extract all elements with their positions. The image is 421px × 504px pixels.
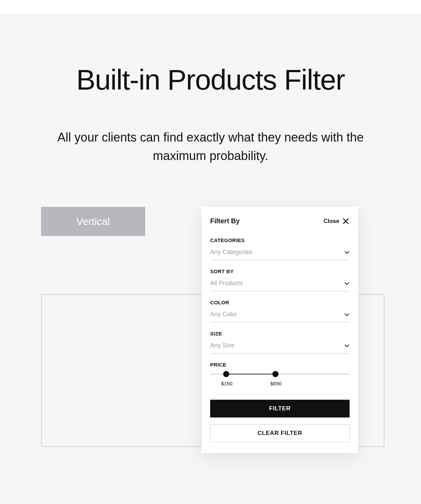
filter-title: Filtert By bbox=[210, 217, 240, 225]
page-subtitle: All your clients can find exactly what t… bbox=[57, 128, 364, 165]
price-slider[interactable]: $150 $650 bbox=[210, 371, 350, 386]
categories-label: CATEGORIES bbox=[210, 237, 350, 243]
filter-button[interactable]: FILTER bbox=[210, 400, 350, 417]
sort-by-label: SORT BY bbox=[210, 268, 350, 274]
slider-track-active bbox=[226, 374, 275, 374]
size-value: Any Size bbox=[210, 342, 234, 349]
slider-handle-min[interactable] bbox=[223, 371, 229, 377]
price-min-value: $150 bbox=[221, 381, 232, 386]
filter-button-label: FILTER bbox=[269, 405, 290, 412]
clear-filter-button-label: CLEAR FILTER bbox=[257, 430, 302, 437]
field-color: COLOR Any Color bbox=[210, 300, 350, 322]
close-button[interactable]: Close bbox=[324, 217, 350, 225]
clear-filter-button[interactable]: CLEAR FILTER bbox=[210, 424, 350, 442]
slider-handle-max[interactable] bbox=[272, 371, 279, 377]
chevron-down-icon bbox=[344, 282, 350, 285]
chevron-down-icon bbox=[344, 313, 350, 316]
categories-select[interactable]: Any Categories bbox=[210, 247, 350, 260]
filter-header: Filtert By Close bbox=[210, 217, 350, 231]
page-canvas: Built-in Products Filter All your client… bbox=[0, 14, 421, 504]
color-label: COLOR bbox=[210, 300, 350, 305]
price-label: PRICE bbox=[210, 362, 350, 368]
close-label: Close bbox=[324, 218, 339, 225]
field-price: PRICE $150 $650 bbox=[210, 362, 350, 386]
price-max-value: $650 bbox=[270, 381, 282, 386]
size-select[interactable]: Any Size bbox=[210, 340, 350, 354]
field-categories: CATEGORIES Any Categories bbox=[210, 237, 350, 260]
close-icon bbox=[342, 217, 350, 225]
sort-by-value: All Products bbox=[210, 280, 243, 287]
tab-vertical-label: Vertical bbox=[76, 216, 110, 227]
categories-value: Any Categories bbox=[210, 249, 252, 256]
sort-by-select[interactable]: All Products bbox=[210, 278, 350, 291]
filter-body: CATEGORIES Any Categories SORT BY All Pr… bbox=[210, 237, 350, 442]
field-size: SIZE Any Size bbox=[210, 331, 350, 354]
chevron-down-icon bbox=[344, 344, 350, 347]
filter-panel: Filtert By Close CATEGORIES Any Categori… bbox=[202, 207, 358, 453]
size-label: SIZE bbox=[210, 331, 350, 336]
page-title: Built-in Products Filter bbox=[0, 63, 421, 96]
field-sort-by: SORT BY All Products bbox=[210, 268, 350, 291]
color-select[interactable]: Any Color bbox=[210, 309, 350, 322]
chevron-down-icon bbox=[344, 251, 350, 254]
tab-vertical[interactable]: Vertical bbox=[41, 207, 145, 236]
color-value: Any Color bbox=[210, 311, 237, 318]
